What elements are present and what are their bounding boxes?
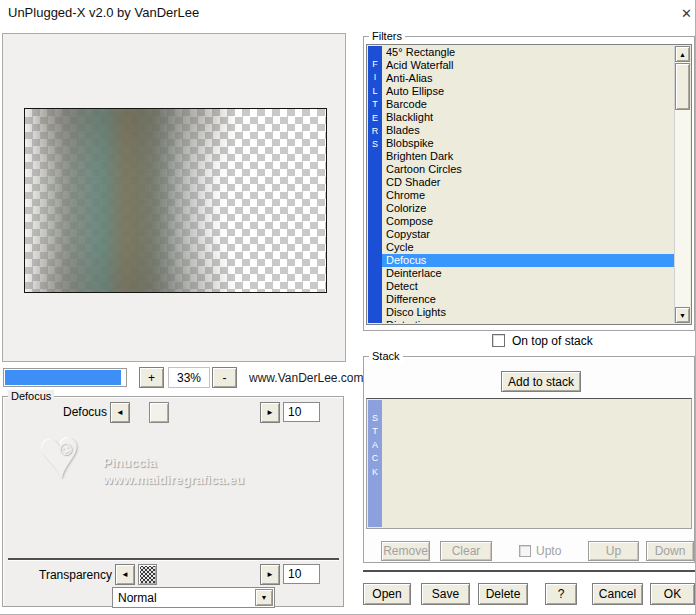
filter-item[interactable]: Copystar (382, 228, 674, 241)
unplugged-x-dialog: UnPlugged-X v2.0 by VanDerLee ✕ + 33% - … (0, 0, 696, 615)
minus-icon: - (223, 371, 227, 385)
scroll-down-button[interactable]: ▼ (675, 307, 690, 323)
filter-item[interactable]: Blades (382, 124, 674, 137)
plus-icon: + (148, 371, 155, 385)
stack-group-title: Stack (369, 350, 403, 363)
upto-label: Upto (536, 544, 561, 558)
filter-item[interactable]: Detect (382, 280, 674, 293)
preview-shade-layer (35, 108, 225, 293)
filter-item[interactable]: Deinterlace (382, 267, 674, 280)
chevron-down-icon: ▼ (261, 594, 268, 601)
filter-item[interactable]: Cartoon Circles (382, 163, 674, 176)
preview-panel (2, 33, 346, 362)
blend-mode-value: Normal (118, 591, 157, 605)
vendor-website-link[interactable]: www.VanDerLee.com (249, 371, 364, 385)
cancel-button[interactable]: Cancel (592, 583, 643, 605)
watermark-site: www.maidiregrafica.eu (103, 472, 244, 487)
down-button: Down (646, 541, 694, 561)
filter-item[interactable]: 45° Rectangle (382, 46, 674, 59)
ok-button[interactable]: OK (650, 583, 695, 605)
zoom-progress-bar (3, 368, 127, 387)
transparency-slider-right-button[interactable]: ► (260, 564, 280, 585)
arrow-right-icon: ► (266, 408, 274, 417)
filter-item[interactable]: Barcode (382, 98, 674, 111)
transparency-slider-label: Transparency (39, 568, 112, 582)
arrow-down-icon: ▼ (679, 312, 686, 319)
zoom-progress-fill (5, 370, 121, 385)
dropdown-button[interactable]: ▼ (255, 589, 273, 606)
filters-group-title: Filters (369, 30, 405, 43)
filter-item[interactable]: Disco Lights (382, 306, 674, 319)
help-button[interactable]: ? (545, 583, 577, 605)
arrow-left-icon: ◄ (116, 408, 124, 417)
arrow-up-icon: ▲ (679, 51, 686, 58)
arrow-left-icon: ◄ (121, 570, 129, 579)
delete-button[interactable]: Delete (478, 583, 528, 605)
watermark-name: Pinuccia (103, 455, 156, 470)
filter-item[interactable]: Cycle (382, 241, 674, 254)
zoom-out-button[interactable]: - (212, 367, 237, 388)
filter-item[interactable]: Anti-Alias (382, 72, 674, 85)
preview-image[interactable] (24, 108, 327, 293)
zoom-in-button[interactable]: + (139, 367, 164, 388)
filter-item[interactable]: Blobspike (382, 137, 674, 150)
transparency-slider-left-button[interactable]: ◄ (115, 564, 135, 585)
clear-button: Clear (440, 541, 492, 561)
on-top-of-stack-label: On top of stack (512, 334, 593, 348)
defocus-slider-right-button[interactable]: ► (260, 402, 280, 423)
scroll-up-button[interactable]: ▲ (675, 46, 690, 62)
filter-item[interactable]: Brighten Dark (382, 150, 674, 163)
defocus-group: Defocus Defocus ◄ ► 10 ♥ ☺ Pinuccia www.… (2, 396, 344, 607)
stack-group: Stack Add to stack STACK Remove Clear Up… (363, 356, 695, 563)
on-top-of-stack-checkbox[interactable] (492, 334, 505, 347)
filter-item[interactable]: Blacklight (382, 111, 674, 124)
up-button: Up (588, 541, 639, 561)
bottom-separator (363, 570, 695, 573)
filter-item[interactable]: Colorize (382, 202, 674, 215)
close-icon[interactable]: ✕ (681, 6, 692, 21)
filter-item[interactable]: Difference (382, 293, 674, 306)
filters-group: Filters FILTERS 45° RectangleAcid Waterf… (363, 36, 695, 331)
filters-strip: FILTERS (368, 46, 382, 323)
save-button[interactable]: Save (421, 583, 470, 605)
defocus-separator (8, 558, 339, 561)
filters-list-items: 45° RectangleAcid WaterfallAnti-AliasAut… (382, 46, 674, 323)
zoom-percent-field[interactable]: 33% (168, 367, 210, 388)
filter-item[interactable]: Acid Waterfall (382, 59, 674, 72)
blend-mode-select[interactable]: Normal ▼ (112, 587, 275, 608)
filter-item[interactable]: CD Shader (382, 176, 674, 189)
filter-item[interactable]: Distortion (382, 319, 674, 323)
filter-item[interactable]: Chrome (382, 189, 674, 202)
window-title: UnPlugged-X v2.0 by VanDerLee (8, 5, 199, 20)
defocus-value-field[interactable]: 10 (283, 402, 320, 422)
remove-button: Remove (381, 541, 430, 561)
arrow-right-icon: ► (266, 570, 274, 579)
open-button[interactable]: Open (363, 583, 411, 605)
defocus-group-title: Defocus (8, 390, 54, 403)
transparency-value-field[interactable]: 10 (283, 564, 320, 584)
filter-item[interactable]: Compose (382, 215, 674, 228)
filter-item[interactable]: Auto Ellipse (382, 85, 674, 98)
stack-listbox: STACK (366, 398, 692, 529)
scrollbar-thumb[interactable] (675, 63, 690, 110)
stack-strip: STACK (368, 400, 382, 527)
upto-checkbox (519, 545, 531, 557)
filter-item[interactable]: Defocus (382, 254, 674, 267)
filters-listbox: FILTERS 45° RectangleAcid WaterfallAnti-… (366, 44, 692, 325)
filters-scrollbar[interactable]: ▲ ▼ (674, 46, 690, 323)
defocus-slider-left-button[interactable]: ◄ (110, 402, 130, 423)
transparency-slider-thumb[interactable] (138, 564, 157, 585)
defocus-slider-thumb[interactable] (149, 402, 169, 423)
add-to-stack-button[interactable]: Add to stack (501, 371, 581, 392)
